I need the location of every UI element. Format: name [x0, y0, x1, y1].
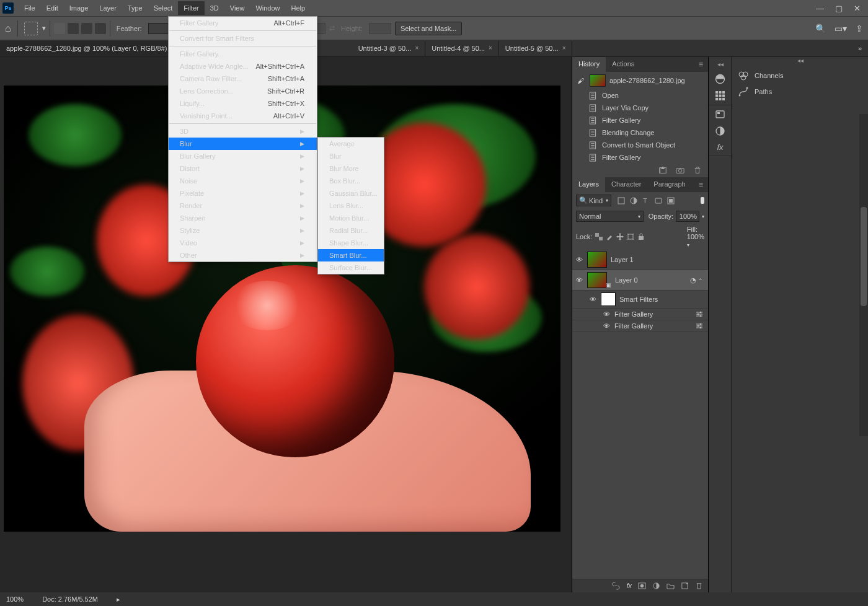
history-panel-menu-icon[interactable]: ≡: [694, 57, 708, 72]
layer-thumbnail[interactable]: [587, 272, 607, 288]
color-panel-icon[interactable]: [715, 74, 725, 84]
vertical-scrollbar[interactable]: [859, 114, 868, 436]
menu-item-camera-raw-filter[interactable]: Camera Raw Filter...Shift+Ctrl+A: [169, 72, 317, 85]
lock-all-icon[interactable]: [637, 233, 645, 240]
layer-thumbnail[interactable]: [587, 252, 607, 268]
layers-panel-menu-icon[interactable]: ≡: [694, 177, 708, 192]
filter-pixel-icon[interactable]: [618, 197, 625, 204]
menu-item-blur-more[interactable]: Blur More: [318, 162, 384, 175]
doc-size[interactable]: Doc: 2.76M/5.52M: [42, 595, 98, 603]
layer-group-icon[interactable]: [666, 582, 675, 590]
menu-edit[interactable]: Edit: [41, 1, 64, 15]
status-menu-icon[interactable]: ▸: [117, 595, 120, 604]
trash-icon[interactable]: [693, 166, 702, 175]
menu-item-blur[interactable]: Blur: [318, 150, 384, 162]
layer-mask-icon[interactable]: [638, 582, 646, 590]
menu-type[interactable]: Type: [122, 1, 148, 15]
menu-item-liquify[interactable]: Liquify...Shift+Ctrl+X: [169, 97, 317, 110]
camera-icon[interactable]: [676, 166, 684, 175]
doc-tab-3[interactable]: Untitled-5 @ 50...×: [499, 41, 573, 56]
history-item[interactable]: Filter Gallery: [572, 151, 708, 164]
layer-row[interactable]: 👁Filter Gallery: [572, 309, 708, 320]
tab-layers[interactable]: Layers: [572, 177, 605, 192]
adjustments-panel-icon[interactable]: [715, 126, 725, 136]
menu-layer[interactable]: Layer: [94, 1, 122, 15]
add-selection-button[interactable]: [68, 23, 79, 34]
menu-item-smart-blur[interactable]: Smart Blur...: [318, 249, 384, 261]
menu-item-gaussian-blur[interactable]: Gaussian Blur...: [318, 187, 384, 200]
intersect-selection-button[interactable]: [95, 23, 106, 34]
fill-input[interactable]: 100%: [687, 233, 704, 240]
doc-tab-0[interactable]: apple-2788662_1280.jpg @ 100% (Layer 0, …: [0, 41, 186, 56]
minimize-button[interactable]: —: [816, 4, 824, 13]
opacity-input[interactable]: 100%: [676, 211, 699, 222]
expand-icon[interactable]: ⌃: [698, 278, 703, 284]
maximize-button[interactable]: ▢: [835, 4, 843, 13]
menu-item-pixelate[interactable]: Pixelate▶: [169, 187, 317, 200]
right-panel-collapse-icon[interactable]: ◂◂: [732, 57, 868, 66]
menu-window[interactable]: Window: [250, 1, 285, 15]
menu-item-box-blur[interactable]: Box Blur...: [318, 175, 384, 187]
history-item[interactable]: Layer Via Copy: [572, 102, 708, 114]
filter-adjust-icon[interactable]: [630, 197, 637, 204]
menu-image[interactable]: Image: [64, 1, 94, 15]
marquee-tool-icon[interactable]: [24, 22, 38, 35]
workspace-switcher-icon[interactable]: ▭▾: [835, 24, 847, 33]
search-icon[interactable]: 🔍: [815, 24, 826, 33]
swatches-panel-icon[interactable]: [715, 90, 725, 101]
menu-item-3d[interactable]: 3D▶: [169, 125, 317, 138]
close-tab-icon[interactable]: ×: [415, 45, 418, 51]
menu-item-noise[interactable]: Noise▶: [169, 175, 317, 187]
strip-collapse-icon[interactable]: ◂◂: [717, 61, 724, 68]
new-selection-button[interactable]: [54, 23, 65, 34]
paths-panel-button[interactable]: Paths: [732, 84, 868, 99]
menu-item-video[interactable]: Video▶: [169, 237, 317, 249]
learn-panel-icon[interactable]: [715, 109, 725, 120]
delete-layer-icon[interactable]: [695, 582, 703, 590]
share-icon[interactable]: ⇪: [856, 24, 863, 33]
filter-settings-icon[interactable]: [696, 310, 707, 318]
link-layers-icon[interactable]: [612, 582, 620, 590]
menu-item-radial-blur[interactable]: Radial Blur...: [318, 224, 384, 237]
filter-smart-icon[interactable]: [667, 197, 675, 204]
menu-item-average[interactable]: Average: [318, 138, 384, 150]
tabs-overflow-icon[interactable]: »: [852, 45, 868, 52]
home-icon[interactable]: ⌂: [5, 23, 11, 34]
close-tab-icon[interactable]: ×: [489, 45, 492, 51]
channels-panel-button[interactable]: Channels: [732, 68, 868, 83]
menu-select[interactable]: Select: [148, 1, 179, 15]
menu-item-other[interactable]: Other▶: [169, 249, 317, 261]
menu-item-motion-blur[interactable]: Motion Blur...: [318, 212, 384, 224]
select-and-mask-button[interactable]: Select and Mask...: [395, 22, 463, 35]
visibility-toggle-icon[interactable]: 👁: [575, 256, 583, 263]
menu-item-render[interactable]: Render▶: [169, 200, 317, 212]
tab-paragraph[interactable]: Paragraph: [647, 177, 691, 192]
menu-filter[interactable]: Filter: [178, 1, 204, 15]
menu-item-filter-gallery[interactable]: Filter Gallery...: [169, 48, 317, 60]
history-item[interactable]: Open: [572, 89, 708, 102]
lock-move-icon[interactable]: [616, 233, 624, 240]
subtract-selection-button[interactable]: [81, 23, 92, 34]
layer-filter-kind-select[interactable]: 🔍 Kind ▾: [576, 195, 611, 206]
doc-tab-2[interactable]: Untitled-4 @ 50...×: [425, 41, 499, 56]
feather-input[interactable]: [148, 23, 170, 34]
menu-item-lens-correction[interactable]: Lens Correction...Shift+Ctrl+R: [169, 85, 317, 97]
menu-item-shape-blur[interactable]: Shape Blur...: [318, 237, 384, 249]
filter-shape-icon[interactable]: [655, 197, 662, 204]
history-brush-icon[interactable]: 🖌: [575, 77, 586, 84]
close-tab-icon[interactable]: ×: [562, 45, 566, 51]
menu-3d[interactable]: 3D: [205, 1, 224, 15]
history-item[interactable]: Convert to Smart Object: [572, 139, 708, 151]
history-item[interactable]: Filter Gallery: [572, 114, 708, 126]
tab-actions[interactable]: Actions: [606, 57, 640, 72]
menu-item-surface-blur[interactable]: Surface Blur...: [318, 261, 384, 274]
layer-row[interactable]: 👁Filter Gallery: [572, 320, 708, 332]
menu-item-blur[interactable]: Blur▶: [169, 138, 317, 150]
visibility-toggle-icon[interactable]: 👁: [575, 276, 583, 284]
layer-thumbnail[interactable]: [601, 292, 616, 306]
filter-toggle-switch[interactable]: [701, 197, 704, 204]
menu-item-sharpen[interactable]: Sharpen▶: [169, 212, 317, 224]
new-layer-icon[interactable]: [681, 582, 689, 590]
lock-artboard-icon[interactable]: [627, 233, 634, 240]
layer-row[interactable]: 👁▣Layer 0◔ ⌃: [572, 270, 708, 291]
